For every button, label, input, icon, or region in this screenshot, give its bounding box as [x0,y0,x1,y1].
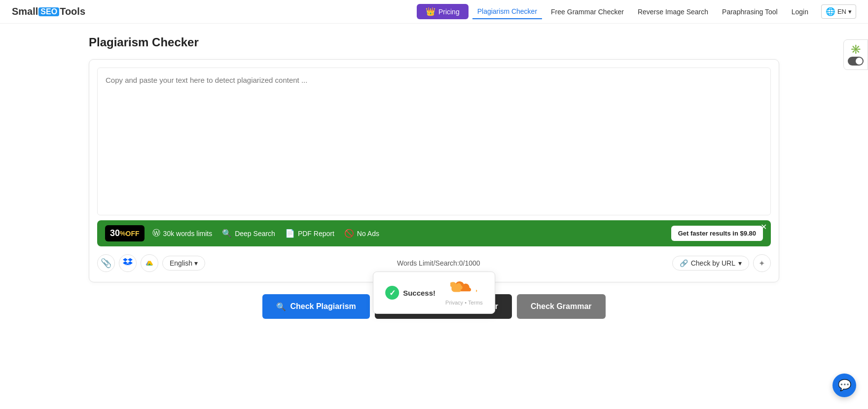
cf-success-label: Success! [403,289,435,297]
check-url-label: Check by URL [691,259,735,267]
googledrive-button[interactable] [141,254,158,272]
buttons-row: ✓ Success! Privacy • Terms 🔍 Chec [89,294,779,319]
words-icon: Ⓦ [152,228,160,239]
nav-links: 👑 Pricing Plagiarism Checker Free Gramma… [417,4,856,19]
promo-cta-button[interactable]: Get faster results in $9.80 [671,226,763,241]
clear-button[interactable]: ✦ [753,254,771,272]
language-dropdown[interactable]: English ▾ [162,256,205,271]
logo-small-text: Small [12,6,38,17]
crown-icon: 👑 [426,7,435,16]
dark-mode-panel: ✳️ [843,39,868,70]
chevron-down-icon: ▾ [194,259,198,267]
dark-mode-toggle[interactable] [848,57,864,66]
search-icon: 🔍 [276,302,286,311]
cloudflare-popup: ✓ Success! Privacy • Terms [373,272,495,314]
sun-icon: ✳️ [850,44,861,55]
check-grammar-button[interactable]: Check Grammar [517,294,606,319]
cf-terms: Terms [468,300,483,306]
nav-paraphrasing[interactable]: Paraphrasing Tool [717,5,783,19]
promo-banner: 30%OFF Ⓦ 30k words limits 🔍 Deep Search … [97,220,771,246]
logo-tools-text: Tools [60,6,85,17]
promo-number: 30 [110,228,120,239]
cf-separator: • [465,300,467,306]
promo-noads-label: No Ads [357,230,379,238]
pdf-icon: 📄 [285,229,295,238]
eraser-icon: ✦ [759,259,765,268]
promo-items: Ⓦ 30k words limits 🔍 Deep Search 📄 PDF R… [152,228,663,239]
deep-icon: 🔍 [222,229,232,238]
cf-privacy-terms: Privacy • Terms [445,300,483,306]
nav-login[interactable]: Login [787,5,813,19]
promo-item-pdf: 📄 PDF Report [285,229,334,238]
check-url-button[interactable]: 🔗 Check by URL ▾ [672,256,749,271]
promo-pct: % [120,230,126,237]
logo: SmallSEOTools [12,6,85,17]
check-grammar-label: Check Grammar [531,302,592,310]
promo-item-deep: 🔍 Deep Search [222,229,275,238]
promo-pdf-label: PDF Report [298,230,334,238]
paperclip-icon: 📎 [101,258,111,269]
logo-icon: SEO [38,7,59,16]
lang-label: EN [837,8,846,15]
promo-badge: 30%OFF [105,225,145,241]
check-plagiarism-label: Check Plagiarism [290,302,356,311]
chevron-down-icon: ▾ [738,259,742,267]
noads-icon: 🚫 [344,229,354,238]
navbar: SmallSEOTools 👑 Pricing Plagiarism Check… [0,0,868,24]
nav-plagiarism-checker[interactable]: Plagiarism Checker [472,4,542,19]
pricing-button[interactable]: 👑 Pricing [417,4,469,19]
main-content: Plagiarism Checker 30%OFF Ⓦ 30k words li… [0,24,868,331]
checker-card: 30%OFF Ⓦ 30k words limits 🔍 Deep Search … [89,59,779,282]
globe-icon: 🌐 [826,7,835,16]
promo-off: OFF [126,230,140,238]
dropbox-button[interactable] [119,254,137,272]
chevron-down-icon: ▾ [848,8,852,15]
text-input[interactable] [97,68,771,215]
toolbar: 📎 English ▾ Words Limit/Search:0/1000 🔗 … [97,252,771,274]
word-count-label: Words Limit/Search:0/1000 [397,259,480,267]
cf-privacy: Privacy [445,300,463,306]
page-title: Plagiarism Checker [89,35,779,49]
attach-button[interactable]: 📎 [97,254,115,272]
promo-item-noads: 🚫 No Ads [344,229,379,238]
promo-words-label: 30k words limits [163,230,213,238]
cf-cloud-icon [450,280,478,300]
check-plagiarism-button[interactable]: 🔍 Check Plagiarism [262,294,369,319]
googledrive-icon [145,257,154,270]
pricing-label: Pricing [438,8,460,16]
cf-logo: Privacy • Terms [445,280,483,306]
promo-item-words: Ⓦ 30k words limits [152,228,213,239]
cf-check-icon: ✓ [385,286,399,300]
promo-deep-label: Deep Search [235,230,275,238]
nav-grammar-checker[interactable]: Free Grammar Checker [546,5,629,19]
language-selector[interactable]: 🌐 EN ▾ [821,4,856,19]
nav-reverse-image[interactable]: Reverse Image Search [633,5,713,19]
cf-success-msg: ✓ Success! [385,286,435,300]
dropbox-icon [123,257,133,270]
link-icon: 🔗 [680,259,688,267]
lang-dropdown-label: English [170,259,192,267]
promo-close-button[interactable]: ✕ [760,223,767,231]
